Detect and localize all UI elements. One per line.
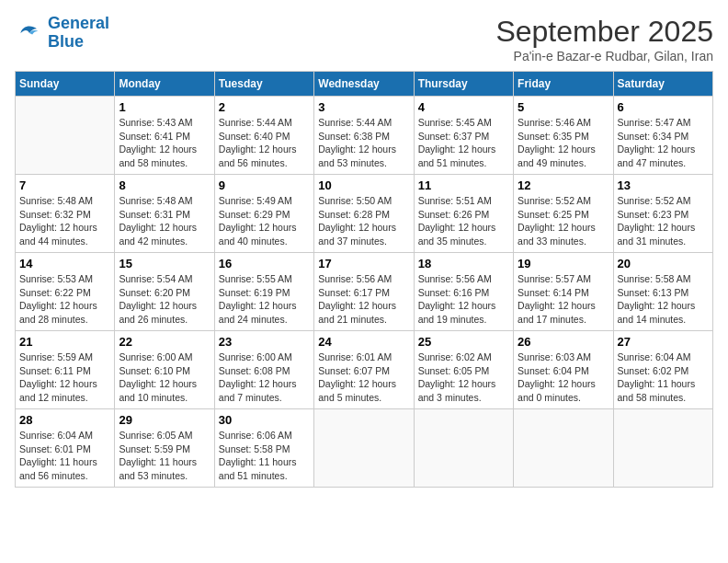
calendar-cell: 1Sunrise: 5:43 AM Sunset: 6:41 PM Daylig… — [115, 97, 214, 175]
calendar-cell: 11Sunrise: 5:51 AM Sunset: 6:26 PM Dayli… — [414, 175, 513, 253]
day-number: 7 — [19, 178, 110, 192]
calendar-cell: 9Sunrise: 5:49 AM Sunset: 6:29 PM Daylig… — [214, 175, 313, 253]
calendar-cell: 14Sunrise: 5:53 AM Sunset: 6:22 PM Dayli… — [16, 253, 115, 331]
day-info: Sunrise: 6:00 AM Sunset: 6:10 PM Dayligh… — [119, 350, 210, 405]
calendar-week-row: 1Sunrise: 5:43 AM Sunset: 6:41 PM Daylig… — [16, 97, 713, 175]
day-info: Sunrise: 6:06 AM Sunset: 5:58 PM Dayligh… — [219, 429, 310, 483]
calendar-cell — [613, 409, 712, 488]
calendar-cell: 4Sunrise: 5:45 AM Sunset: 6:37 PM Daylig… — [414, 97, 513, 175]
calendar-cell: 13Sunrise: 5:52 AM Sunset: 6:23 PM Dayli… — [613, 175, 712, 253]
day-number: 26 — [518, 335, 609, 349]
weekday-header: Saturday — [613, 72, 712, 97]
calendar-cell: 22Sunrise: 6:00 AM Sunset: 6:10 PM Dayli… — [115, 331, 214, 409]
calendar-cell: 2Sunrise: 5:44 AM Sunset: 6:40 PM Daylig… — [214, 97, 313, 175]
day-number: 24 — [318, 335, 409, 349]
weekday-header: Thursday — [414, 72, 513, 97]
day-number: 10 — [318, 178, 409, 192]
day-info: Sunrise: 5:50 AM Sunset: 6:28 PM Dayligh… — [318, 194, 409, 248]
day-number: 4 — [418, 100, 509, 114]
calendar-week-row: 21Sunrise: 5:59 AM Sunset: 6:11 PM Dayli… — [16, 331, 713, 409]
calendar-cell: 17Sunrise: 5:56 AM Sunset: 6:17 PM Dayli… — [314, 253, 414, 331]
day-number: 2 — [219, 100, 310, 114]
calendar-cell: 7Sunrise: 5:48 AM Sunset: 6:32 PM Daylig… — [16, 175, 115, 253]
day-info: Sunrise: 6:04 AM Sunset: 6:02 PM Dayligh… — [618, 350, 709, 405]
day-info: Sunrise: 5:54 AM Sunset: 6:20 PM Dayligh… — [119, 272, 210, 327]
day-info: Sunrise: 6:00 AM Sunset: 6:08 PM Dayligh… — [219, 350, 310, 405]
logo-icon — [15, 18, 44, 48]
calendar-cell: 5Sunrise: 5:46 AM Sunset: 6:35 PM Daylig… — [514, 97, 613, 175]
calendar-cell: 26Sunrise: 6:03 AM Sunset: 6:04 PM Dayli… — [514, 331, 613, 409]
calendar-cell — [414, 409, 513, 488]
day-info: Sunrise: 6:05 AM Sunset: 5:59 PM Dayligh… — [119, 429, 210, 483]
calendar-cell: 28Sunrise: 6:04 AM Sunset: 6:01 PM Dayli… — [16, 409, 115, 488]
page-subtitle: Pa'in-e Bazar-e Rudbar, Gilan, Iran — [495, 49, 713, 63]
calendar-cell — [16, 97, 115, 175]
weekday-header: Friday — [514, 72, 613, 97]
day-info: Sunrise: 5:57 AM Sunset: 6:14 PM Dayligh… — [518, 272, 609, 327]
day-number: 20 — [618, 257, 709, 270]
calendar-cell: 6Sunrise: 5:47 AM Sunset: 6:34 PM Daylig… — [613, 97, 712, 175]
calendar-cell — [314, 409, 414, 488]
day-number: 29 — [119, 413, 210, 427]
day-info: Sunrise: 5:48 AM Sunset: 6:31 PM Dayligh… — [119, 194, 210, 248]
weekday-header: Wednesday — [314, 72, 414, 97]
day-info: Sunrise: 5:51 AM Sunset: 6:26 PM Dayligh… — [418, 194, 509, 248]
calendar-cell: 30Sunrise: 6:06 AM Sunset: 5:58 PM Dayli… — [214, 409, 313, 488]
calendar-cell: 12Sunrise: 5:52 AM Sunset: 6:25 PM Dayli… — [514, 175, 613, 253]
day-number: 22 — [119, 335, 210, 349]
day-info: Sunrise: 5:52 AM Sunset: 6:23 PM Dayligh… — [618, 194, 709, 248]
calendar-week-row: 7Sunrise: 5:48 AM Sunset: 6:32 PM Daylig… — [16, 175, 713, 253]
day-number: 23 — [219, 335, 310, 349]
day-number: 17 — [318, 257, 409, 270]
day-info: Sunrise: 5:56 AM Sunset: 6:16 PM Dayligh… — [418, 272, 509, 327]
logo: GeneralBlue — [15, 15, 109, 52]
day-number: 28 — [19, 413, 110, 427]
day-info: Sunrise: 6:01 AM Sunset: 6:07 PM Dayligh… — [318, 350, 409, 405]
day-number: 30 — [219, 413, 310, 427]
calendar-cell — [514, 409, 613, 488]
title-block: September 2025 Pa'in-e Bazar-e Rudbar, G… — [495, 15, 713, 63]
calendar-cell: 27Sunrise: 6:04 AM Sunset: 6:02 PM Dayli… — [613, 331, 712, 409]
calendar-cell: 23Sunrise: 6:00 AM Sunset: 6:08 PM Dayli… — [214, 331, 313, 409]
day-info: Sunrise: 5:44 AM Sunset: 6:40 PM Dayligh… — [219, 116, 310, 170]
day-number: 16 — [219, 257, 310, 270]
calendar-cell: 19Sunrise: 5:57 AM Sunset: 6:14 PM Dayli… — [514, 253, 613, 331]
day-number: 12 — [518, 178, 609, 192]
day-number: 8 — [119, 178, 210, 192]
day-number: 13 — [618, 178, 709, 192]
calendar-cell: 3Sunrise: 5:44 AM Sunset: 6:38 PM Daylig… — [314, 97, 414, 175]
day-info: Sunrise: 5:49 AM Sunset: 6:29 PM Dayligh… — [219, 194, 310, 248]
day-number: 6 — [618, 100, 709, 114]
calendar-cell: 18Sunrise: 5:56 AM Sunset: 6:16 PM Dayli… — [414, 253, 513, 331]
day-info: Sunrise: 5:56 AM Sunset: 6:17 PM Dayligh… — [318, 272, 409, 327]
calendar-cell: 8Sunrise: 5:48 AM Sunset: 6:31 PM Daylig… — [115, 175, 214, 253]
calendar-week-row: 14Sunrise: 5:53 AM Sunset: 6:22 PM Dayli… — [16, 253, 713, 331]
calendar-week-row: 28Sunrise: 6:04 AM Sunset: 6:01 PM Dayli… — [16, 409, 713, 488]
day-number: 14 — [19, 257, 110, 270]
day-info: Sunrise: 5:43 AM Sunset: 6:41 PM Dayligh… — [119, 116, 210, 170]
calendar-header-row: SundayMondayTuesdayWednesdayThursdayFrid… — [16, 72, 713, 97]
day-info: Sunrise: 5:48 AM Sunset: 6:32 PM Dayligh… — [19, 194, 110, 248]
weekday-header: Tuesday — [214, 72, 313, 97]
day-info: Sunrise: 5:53 AM Sunset: 6:22 PM Dayligh… — [19, 272, 110, 327]
day-number: 18 — [418, 257, 509, 270]
page-header: GeneralBlue September 2025 Pa'in-e Bazar… — [15, 15, 713, 63]
day-info: Sunrise: 5:59 AM Sunset: 6:11 PM Dayligh… — [19, 350, 110, 405]
day-number: 9 — [219, 178, 310, 192]
calendar-cell: 15Sunrise: 5:54 AM Sunset: 6:20 PM Dayli… — [115, 253, 214, 331]
weekday-header: Sunday — [16, 72, 115, 97]
calendar-cell: 25Sunrise: 6:02 AM Sunset: 6:05 PM Dayli… — [414, 331, 513, 409]
day-number: 21 — [19, 335, 110, 349]
calendar-cell: 29Sunrise: 6:05 AM Sunset: 5:59 PM Dayli… — [115, 409, 214, 488]
day-number: 15 — [119, 257, 210, 270]
calendar-cell: 24Sunrise: 6:01 AM Sunset: 6:07 PM Dayli… — [314, 331, 414, 409]
day-number: 3 — [318, 100, 409, 114]
day-info: Sunrise: 5:47 AM Sunset: 6:34 PM Dayligh… — [618, 116, 709, 170]
day-number: 11 — [418, 178, 509, 192]
day-number: 5 — [518, 100, 609, 114]
day-info: Sunrise: 5:58 AM Sunset: 6:13 PM Dayligh… — [618, 272, 709, 327]
calendar-cell: 16Sunrise: 5:55 AM Sunset: 6:19 PM Dayli… — [214, 253, 313, 331]
day-number: 1 — [119, 100, 210, 114]
calendar-cell: 10Sunrise: 5:50 AM Sunset: 6:28 PM Dayli… — [314, 175, 414, 253]
calendar-cell: 20Sunrise: 5:58 AM Sunset: 6:13 PM Dayli… — [613, 253, 712, 331]
